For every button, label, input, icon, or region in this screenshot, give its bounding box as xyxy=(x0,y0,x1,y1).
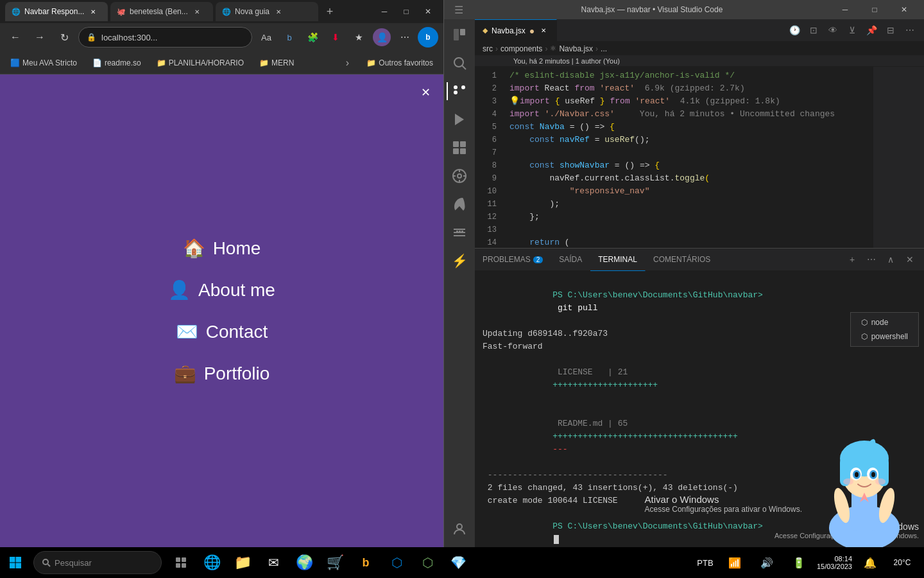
bookmark-outros[interactable]: 📁 Outros favoritos xyxy=(361,56,438,70)
line-num-14: 14 xyxy=(475,236,502,248)
svg-line-37 xyxy=(48,565,51,567)
new-terminal-button[interactable]: + xyxy=(843,250,861,268)
address-bar[interactable]: 🔒 localhost:300... xyxy=(78,27,252,48)
panel-tab-problems[interactable]: PROBLEMAS 2 xyxy=(475,249,551,271)
maximize-panel-button[interactable]: ∧ xyxy=(882,250,900,268)
code-editor[interactable]: 1 2 3 4 5 6 7 8 9 10 11 12 13 14 xyxy=(475,67,924,248)
close-panel-button[interactable]: ✕ xyxy=(901,250,919,268)
terminal-powershell-option[interactable]: ⬡ powershell xyxy=(853,329,916,344)
svg-rect-7 xyxy=(453,148,459,154)
menu-button[interactable]: ⋯ xyxy=(395,27,415,48)
vscode-close[interactable]: ✕ xyxy=(889,0,919,19)
problems-label: PROBLEMAS xyxy=(483,255,531,264)
line-num-11: 11 xyxy=(475,198,502,211)
browser-tab-navbar[interactable]: 🌐 Navbar Respon... ✕ xyxy=(5,2,108,21)
taskbar-vscode[interactable]: ⬡ xyxy=(382,548,411,577)
powershell-icon: ⬡ xyxy=(861,332,868,341)
pin-button[interactable]: 📌 xyxy=(862,21,880,39)
bookmark-mern[interactable]: 📁 MERN xyxy=(254,56,299,70)
taskbar-store[interactable]: 🛒 xyxy=(321,548,349,577)
breadcrumb-src[interactable]: src xyxy=(483,44,493,53)
taskbar-explorer[interactable]: 📁 xyxy=(228,548,257,577)
browser-tab-new[interactable]: 🌐 Nova guia ✕ xyxy=(216,2,318,21)
overlay-close-button[interactable]: ✕ xyxy=(415,82,436,103)
maximize-button[interactable]: □ xyxy=(396,4,416,19)
taskbar-nodejs[interactable]: ⬡ xyxy=(413,548,441,577)
minimize-button[interactable]: ─ xyxy=(374,4,395,19)
breadcrumb-more[interactable]: ... xyxy=(601,44,607,53)
bing-chat-button[interactable]: b xyxy=(418,27,438,48)
tab-label: benetesla (Ben... xyxy=(130,7,188,16)
tab-close-button[interactable]: ✕ xyxy=(538,26,549,36)
vscode-menu-icon[interactable]: ☰ xyxy=(449,0,468,19)
split-terminal-button[interactable]: ⋯ xyxy=(862,250,880,268)
bookmark-meu-ava[interactable]: 🟦 Meu AVA Stricto xyxy=(5,56,82,70)
activity-search[interactable] xyxy=(447,50,472,76)
nav-portfolio-label: Portfolio xyxy=(204,363,270,384)
nav-about-item[interactable]: 👤 About me xyxy=(168,279,275,301)
taskbar-language[interactable]: PTB xyxy=(694,548,717,577)
taskbar-temperature[interactable]: 20°C xyxy=(888,548,916,577)
taskbar-notifications[interactable]: 🔔 xyxy=(856,548,884,577)
taskbar-battery[interactable]: 🔋 xyxy=(785,548,813,577)
nav-portfolio-item[interactable]: 💼 Portfolio xyxy=(174,363,270,384)
split-button[interactable]: ⊡ xyxy=(805,21,823,39)
start-button[interactable] xyxy=(0,547,31,578)
activity-extensions[interactable] xyxy=(447,135,472,161)
terminal-cmd-1: git pull xyxy=(552,303,597,313)
activity-docker[interactable] xyxy=(447,220,472,245)
reader-button[interactable]: Aa xyxy=(256,27,277,48)
taskbar-bing[interactable]: b xyxy=(352,548,380,577)
taskbar-mail[interactable]: ✉ xyxy=(259,548,287,577)
filter-button[interactable]: ⊻ xyxy=(843,21,861,39)
vscode-maximize[interactable]: □ xyxy=(860,0,889,19)
split-right-button[interactable]: ⊟ xyxy=(882,21,900,39)
taskbar-edge[interactable]: 🌐 xyxy=(198,548,226,577)
panel-tab-output[interactable]: SAÍDA xyxy=(551,249,590,271)
taskbar-edge2[interactable]: 🌍 xyxy=(290,548,318,577)
eye-button[interactable]: 👁 xyxy=(824,21,842,39)
taskbar-taskview[interactable] xyxy=(167,548,195,577)
activity-remote[interactable] xyxy=(447,163,472,189)
taskbar-obsidian[interactable]: 💎 xyxy=(444,548,472,577)
activity-scm[interactable] xyxy=(447,78,472,104)
more-button[interactable]: ⋯ xyxy=(901,21,919,39)
download-button[interactable]: ⬇ xyxy=(325,27,346,48)
tab-close-navbar[interactable]: ✕ xyxy=(88,6,98,17)
panel-tab-comments[interactable]: COMENTÁRIOS xyxy=(646,249,719,271)
breadcrumb-components[interactable]: components xyxy=(501,44,542,53)
profile-button[interactable]: 👤 xyxy=(372,27,392,48)
bookmarks-more-button[interactable]: › xyxy=(338,54,356,72)
activity-run[interactable] xyxy=(447,107,472,132)
activity-leaf[interactable] xyxy=(447,191,472,217)
activity-explorer[interactable] xyxy=(447,22,472,48)
bookmark-readme[interactable]: 📄 readme.so xyxy=(87,56,146,70)
forward-button[interactable]: → xyxy=(30,27,50,48)
bing-button[interactable]: b xyxy=(279,27,300,48)
tab-close-new[interactable]: ✕ xyxy=(273,6,284,17)
panel-tab-terminal[interactable]: TERMINAL xyxy=(590,249,646,271)
history-button[interactable]: 🕐 xyxy=(785,21,803,39)
browser-tab-github[interactable]: 🐙 benetesla (Ben... ✕ xyxy=(110,2,213,21)
extensions-button[interactable]: 🧩 xyxy=(302,27,323,48)
activity-lightning[interactable]: ⚡ xyxy=(447,248,472,274)
taskbar-search[interactable]: Pesquisar xyxy=(33,551,162,574)
bookmark-planilha[interactable]: 📁 PLANILHA/HORARIO xyxy=(151,56,249,70)
refresh-button[interactable]: ↻ xyxy=(54,27,74,48)
breadcrumb-file[interactable]: Navba.jsx xyxy=(559,44,593,53)
nav-home-item[interactable]: 🏠 Home xyxy=(183,238,261,259)
activity-accounts[interactable] xyxy=(447,516,472,542)
tab-close-github[interactable]: ✕ xyxy=(192,6,202,17)
bookmark-button[interactable]: ★ xyxy=(348,27,369,48)
vscode-minimize[interactable]: ─ xyxy=(830,0,860,19)
taskbar-network[interactable]: 📶 xyxy=(721,548,749,577)
editor-tab-navba[interactable]: ◆ Navba.jsx ● ✕ xyxy=(475,19,557,42)
back-button[interactable]: ← xyxy=(5,27,26,48)
terminal-node-option[interactable]: ⬡ node xyxy=(853,315,916,329)
close-button[interactable]: ✕ xyxy=(418,4,438,19)
breadcrumb-sep-3: › xyxy=(595,44,598,53)
nav-contact-item[interactable]: ✉️ Contact xyxy=(176,321,268,342)
new-tab-button[interactable]: + xyxy=(321,3,339,21)
taskbar-clock[interactable]: 08:14 15/03/2023 xyxy=(817,555,852,570)
taskbar-volume[interactable]: 🔊 xyxy=(753,548,781,577)
